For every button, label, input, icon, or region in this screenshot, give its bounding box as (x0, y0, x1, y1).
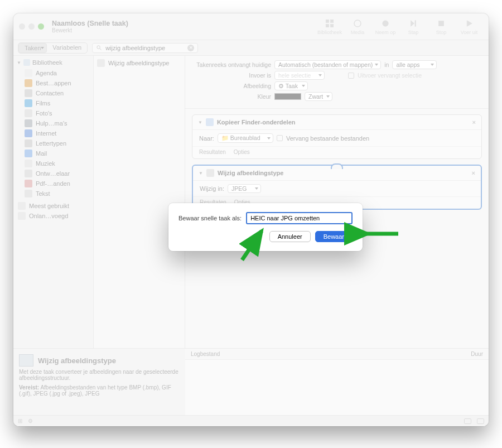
output-replaces-checkbox[interactable] (348, 73, 354, 79)
sidebar-item[interactable]: Pdf-…anden (16, 179, 91, 189)
tab-variables[interactable]: Variabelen (47, 43, 87, 53)
sidebar-item[interactable]: Foto's (16, 108, 91, 118)
workflow-settings: Takenreeks ontvangt huidige Automatisch … (185, 56, 489, 109)
info-requires: Afbeeldingsbestanden van het type BMP (.… (19, 384, 171, 397)
setting-label: Kleur (193, 93, 271, 100)
sidebar-item[interactable]: Agenda (16, 68, 91, 78)
svg-point-4 (354, 20, 361, 27)
zoom-icon[interactable] (38, 23, 44, 30)
cancel-button[interactable]: Annuleer (269, 231, 311, 242)
save-button[interactable]: Bewaar (315, 231, 353, 242)
disclosure-icon[interactable]: ▼ (198, 120, 202, 125)
svg-rect-2 (326, 24, 329, 27)
sidebar-item[interactable]: Ontw…elaar (16, 168, 91, 179)
log-panel: Logbestand Duur (185, 348, 489, 415)
search-field[interactable]: ✕ (92, 43, 198, 53)
svg-rect-1 (331, 20, 334, 22)
svg-rect-6 (415, 20, 416, 26)
toolbar-label: Neem op (375, 30, 396, 35)
color-select[interactable]: Zwart (305, 92, 332, 101)
sidebar-item[interactable]: Films (16, 98, 91, 108)
input-select[interactable]: hele selectie (274, 71, 325, 80)
save-label: Bewaar snelle taak als: (178, 215, 242, 221)
color-chip[interactable] (274, 93, 301, 100)
window-title-block: Naamloos (Snelle taak) Bewerkt (52, 20, 128, 34)
window-controls (19, 23, 44, 30)
setting-label: in (384, 61, 389, 68)
toolbar-label: Stap (408, 30, 419, 35)
sidebar-item[interactable]: Hulp…ma's (16, 118, 91, 128)
svg-point-5 (383, 20, 389, 26)
log-col-duration: Duur (471, 351, 483, 357)
save-name-input[interactable] (246, 212, 353, 224)
in-apps-select[interactable]: alle apps (392, 60, 437, 69)
setting-label: Takenreeks ontvangt huidige (193, 61, 271, 68)
tab-actions[interactable]: Taken (18, 43, 47, 53)
secondary-toolbar: Taken Variabelen ✕ (13, 40, 489, 56)
sidebar-item[interactable]: Mail (16, 148, 91, 158)
toolbar-label: Stop (436, 30, 447, 35)
setting-label: Afbeelding (193, 83, 271, 89)
sidebar-item[interactable]: Lettertypen (16, 138, 91, 148)
destination-select[interactable]: 📁 Bureaublad (218, 133, 273, 143)
sidebar-item-smart[interactable]: Onlan…voegd (16, 211, 91, 221)
toolbar-media-button[interactable]: Media (344, 18, 371, 35)
sidebar-item-smart[interactable]: Meest gebruikt (16, 201, 91, 211)
log-col-name: Logbestand (191, 351, 471, 357)
image-icon (19, 354, 33, 367)
titlebar: Naamloos (Snelle taak) Bewerkt Bibliothe… (13, 13, 489, 40)
disclosure-icon[interactable]: ▼ (199, 171, 203, 176)
sidebar-item[interactable]: Contacten (16, 88, 91, 98)
toolbar-record-button[interactable]: Neem op (371, 18, 399, 35)
sidebar-item[interactable]: Internet (16, 128, 91, 138)
info-requires-label: Vereist: (19, 384, 39, 391)
library-icon (23, 59, 30, 66)
image-icon (97, 59, 105, 67)
close-action-icon[interactable]: × (472, 119, 476, 126)
image-icon (206, 169, 214, 177)
format-select[interactable]: JPEG (228, 184, 261, 193)
search-input[interactable] (104, 44, 185, 52)
info-description: Met deze taak converteer je afbeeldingen… (19, 369, 180, 381)
step-icon (408, 18, 418, 28)
action-copy-finder-items[interactable]: ▼ Kopieer Finder-onderdelen × Naar: 📁 Bu… (192, 114, 482, 159)
sidebar-item[interactable]: Muziek (16, 158, 91, 168)
svg-rect-0 (326, 20, 329, 22)
toolbar-library-button[interactable]: Bibliotheek (316, 18, 344, 35)
sidebar-section-library[interactable]: ▼ Bibliotheek (16, 58, 91, 68)
field-label: Naar: (199, 135, 214, 142)
receives-select[interactable]: Automatisch (bestanden of mappen) (274, 60, 381, 69)
replace-checkbox[interactable] (277, 135, 283, 141)
window-title: Naamloos (Snelle taak) (52, 20, 128, 27)
toolbar-stop-button[interactable]: Stop (427, 18, 455, 35)
options-tab[interactable]: Opties (234, 149, 250, 155)
sidebar-item[interactable]: Tekst (16, 189, 91, 199)
results-tab[interactable]: Resultaten (199, 149, 226, 155)
disclosure-icon: ▼ (17, 60, 21, 65)
list-item[interactable]: Wijzig afbeeldingstype (97, 59, 181, 67)
gear-icon[interactable]: ⚙ (28, 418, 33, 424)
stop-icon (436, 18, 446, 28)
finder-icon (206, 118, 214, 126)
close-action-icon[interactable]: × (472, 170, 475, 176)
minimize-icon[interactable] (28, 23, 35, 30)
list-item-label: Wijzig afbeeldingstype (108, 60, 169, 66)
sidebar-header-label: Bibliotheek (32, 59, 62, 66)
close-icon[interactable] (19, 23, 25, 30)
window-subtitle: Bewerkt (52, 27, 128, 34)
grid-icon (325, 18, 335, 28)
view-mode-icon[interactable] (464, 418, 471, 424)
app-window: Naamloos (Snelle taak) Bewerkt Bibliothe… (13, 13, 489, 426)
field-label: Wijzig in: (200, 185, 224, 192)
toolbar-run-button[interactable]: Voer uit (455, 18, 483, 35)
image-select[interactable]: ⚙ Taak (274, 81, 308, 90)
clear-search-icon[interactable]: ✕ (187, 45, 194, 51)
actions-variables-segment[interactable]: Taken Variabelen (18, 42, 88, 54)
toolbar-label: Media (351, 30, 365, 35)
toolbar-step-button[interactable]: Stap (399, 18, 427, 35)
pane-toggle-icon[interactable]: ⊞ (18, 418, 22, 424)
svg-line-9 (100, 49, 102, 50)
view-mode-icon[interactable] (477, 418, 484, 424)
sidebar-item[interactable]: Best…appen (16, 78, 91, 88)
svg-point-8 (97, 46, 100, 49)
